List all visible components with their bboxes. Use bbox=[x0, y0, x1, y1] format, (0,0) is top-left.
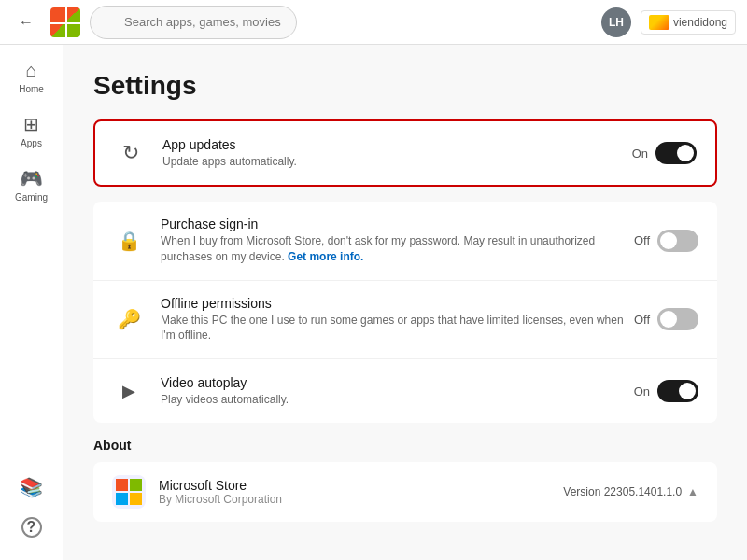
offline-permissions-toggle[interactable] bbox=[657, 308, 698, 330]
about-version-wrapper: Version 22305.1401.1.0 ▲ bbox=[563, 485, 698, 498]
offline-permissions-control: Off bbox=[634, 308, 698, 330]
app-updates-toggle[interactable] bbox=[655, 142, 697, 164]
help-icon: ? bbox=[21, 517, 42, 538]
play-icon: ▶ bbox=[112, 374, 146, 408]
home-icon: ⌂ bbox=[25, 60, 36, 81]
app-updates-title: App updates bbox=[162, 137, 632, 152]
purchase-signin-title: Purchase sign-in bbox=[161, 217, 634, 231]
search-wrapper: 🔍 bbox=[90, 6, 336, 39]
chevron-up-icon[interactable]: ▲ bbox=[687, 485, 698, 498]
settings-content: Settings ↻ App updates Update apps autom… bbox=[63, 45, 747, 560]
titlebar: ← 🔍 LH viendidong bbox=[0, 0, 747, 45]
settings-item-offline-permissions: 🔑 Offline permissions Make this PC the o… bbox=[93, 281, 717, 360]
about-app-name: Microsoft Store bbox=[159, 478, 563, 493]
offline-permissions-text: Offline permissions Make this PC the one… bbox=[161, 296, 634, 344]
about-card: Microsoft Store By Microsoft Corporation… bbox=[93, 462, 717, 522]
app-updates-desc: Update apps automatically. bbox=[162, 154, 632, 170]
sidebar-item-home[interactable]: ⌂ Home bbox=[4, 52, 60, 102]
offline-permissions-toggle-label: Off bbox=[634, 313, 650, 327]
app-logo bbox=[50, 7, 80, 37]
purchase-signin-toggle[interactable] bbox=[657, 230, 698, 252]
refresh-icon: ↻ bbox=[114, 136, 148, 170]
purchase-signin-desc: When I buy from Microsoft Store, don't a… bbox=[161, 233, 634, 265]
library-icon: 📚 bbox=[20, 476, 43, 498]
ms-logo-yellow bbox=[130, 493, 142, 505]
video-autoplay-desc: Play videos automatically. bbox=[161, 392, 634, 408]
about-item-msstore: Microsoft Store By Microsoft Corporation… bbox=[93, 462, 717, 522]
lock-icon: 🔒 bbox=[112, 224, 146, 258]
about-app-publisher: By Microsoft Corporation bbox=[159, 493, 563, 506]
msstore-icon bbox=[112, 475, 146, 509]
key-icon: 🔑 bbox=[112, 302, 146, 336]
ms-logo-blue bbox=[116, 493, 128, 505]
purchase-signin-desc-text: When I buy from Microsoft Store, don't a… bbox=[161, 234, 595, 263]
settings-item-purchase-signin: 🔒 Purchase sign-in When I buy from Micro… bbox=[93, 202, 717, 281]
other-settings-card: 🔒 Purchase sign-in When I buy from Micro… bbox=[93, 202, 717, 423]
offline-permissions-title: Offline permissions bbox=[161, 296, 634, 311]
app-updates-card: ↻ App updates Update apps automatically.… bbox=[93, 119, 717, 187]
sidebar-item-label-gaming: Gaming bbox=[15, 192, 48, 203]
sidebar-item-help[interactable]: ? bbox=[4, 510, 60, 545]
page-title: Settings bbox=[93, 71, 717, 101]
brand-icon bbox=[649, 15, 669, 30]
sidebar-bottom: 📚 ? bbox=[4, 469, 60, 553]
brand-logo: viendidong bbox=[641, 10, 736, 35]
version-label: Version 22305.1401.1.0 bbox=[563, 485, 682, 498]
sidebar-item-label-apps: Apps bbox=[21, 138, 42, 148]
offline-permissions-desc: Make this PC the one I use to run some g… bbox=[161, 313, 634, 344]
main-layout: ⌂ Home ⊞ Apps 🎮 Gaming 📚 ? Settings ↻ bbox=[0, 45, 747, 560]
ms-logo-green bbox=[130, 479, 142, 491]
app-updates-control: On bbox=[632, 142, 697, 164]
settings-item-app-updates: ↻ App updates Update apps automatically.… bbox=[95, 121, 715, 185]
sidebar-item-gaming[interactable]: 🎮 Gaming bbox=[4, 160, 60, 210]
sidebar-item-label-home: Home bbox=[19, 84, 44, 94]
about-section-label: About bbox=[93, 438, 717, 453]
avatar[interactable]: LH bbox=[601, 7, 631, 37]
sidebar-item-apps[interactable]: ⊞ Apps bbox=[4, 105, 60, 156]
sidebar: ⌂ Home ⊞ Apps 🎮 Gaming 📚 ? bbox=[0, 45, 63, 560]
video-autoplay-title: Video autoplay bbox=[161, 375, 634, 390]
brand-text: viendidong bbox=[673, 16, 727, 29]
purchase-signin-control: Off bbox=[634, 230, 698, 252]
ms-logo bbox=[116, 479, 142, 505]
settings-item-video-autoplay: ▶ Video autoplay Play videos automatical… bbox=[93, 359, 717, 423]
video-autoplay-toggle-label: On bbox=[634, 385, 650, 399]
app-updates-text: App updates Update apps automatically. bbox=[162, 137, 632, 170]
app-updates-toggle-label: On bbox=[632, 147, 648, 161]
video-autoplay-control: On bbox=[634, 380, 698, 402]
purchase-signin-toggle-label: Off bbox=[634, 233, 650, 247]
back-button[interactable]: ← bbox=[11, 7, 41, 37]
video-autoplay-toggle[interactable] bbox=[657, 380, 698, 402]
video-autoplay-text: Video autoplay Play videos automatically… bbox=[161, 375, 634, 408]
about-text: Microsoft Store By Microsoft Corporation bbox=[159, 478, 563, 506]
get-more-info-link[interactable]: Get more info. bbox=[288, 250, 363, 263]
search-input[interactable] bbox=[90, 6, 297, 39]
purchase-signin-text: Purchase sign-in When I buy from Microso… bbox=[161, 217, 634, 265]
gaming-icon: 🎮 bbox=[20, 167, 43, 189]
ms-logo-red bbox=[116, 479, 128, 491]
apps-icon: ⊞ bbox=[23, 113, 39, 135]
sidebar-item-library[interactable]: 📚 bbox=[4, 469, 60, 506]
